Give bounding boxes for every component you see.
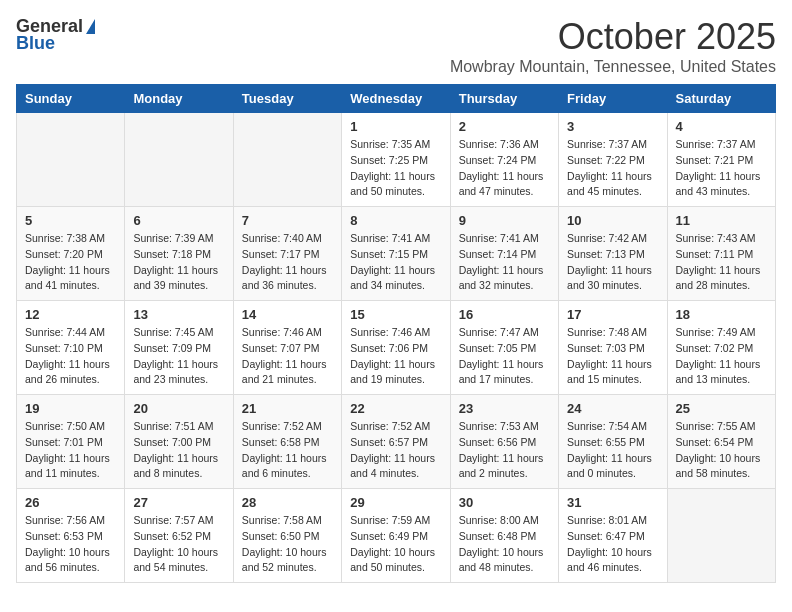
calendar-cell: 16Sunrise: 7:47 AMSunset: 7:05 PMDayligh… [450,301,558,395]
calendar-cell: 11Sunrise: 7:43 AMSunset: 7:11 PMDayligh… [667,207,775,301]
day-info: Sunrise: 7:39 AMSunset: 7:18 PMDaylight:… [133,231,224,294]
calendar-cell: 24Sunrise: 7:54 AMSunset: 6:55 PMDayligh… [559,395,667,489]
day-info: Sunrise: 7:52 AMSunset: 6:58 PMDaylight:… [242,419,333,482]
calendar-table: SundayMondayTuesdayWednesdayThursdayFrid… [16,84,776,583]
weekday-header-thursday: Thursday [450,85,558,113]
day-info: Sunrise: 7:50 AMSunset: 7:01 PMDaylight:… [25,419,116,482]
calendar-cell: 1Sunrise: 7:35 AMSunset: 7:25 PMDaylight… [342,113,450,207]
day-info: Sunrise: 8:00 AMSunset: 6:48 PMDaylight:… [459,513,550,576]
weekday-header-tuesday: Tuesday [233,85,341,113]
day-info: Sunrise: 7:41 AMSunset: 7:14 PMDaylight:… [459,231,550,294]
day-info: Sunrise: 7:49 AMSunset: 7:02 PMDaylight:… [676,325,767,388]
day-number: 2 [459,119,550,134]
day-info: Sunrise: 8:01 AMSunset: 6:47 PMDaylight:… [567,513,658,576]
calendar-cell: 20Sunrise: 7:51 AMSunset: 7:00 PMDayligh… [125,395,233,489]
day-number: 26 [25,495,116,510]
calendar-cell: 17Sunrise: 7:48 AMSunset: 7:03 PMDayligh… [559,301,667,395]
day-number: 22 [350,401,441,416]
day-number: 15 [350,307,441,322]
week-row-4: 19Sunrise: 7:50 AMSunset: 7:01 PMDayligh… [17,395,776,489]
day-info: Sunrise: 7:37 AMSunset: 7:21 PMDaylight:… [676,137,767,200]
logo: General Blue [16,16,96,54]
day-info: Sunrise: 7:36 AMSunset: 7:24 PMDaylight:… [459,137,550,200]
day-number: 9 [459,213,550,228]
month-title: October 2025 [450,16,776,58]
day-number: 31 [567,495,658,510]
day-info: Sunrise: 7:56 AMSunset: 6:53 PMDaylight:… [25,513,116,576]
day-info: Sunrise: 7:42 AMSunset: 7:13 PMDaylight:… [567,231,658,294]
day-number: 25 [676,401,767,416]
day-info: Sunrise: 7:46 AMSunset: 7:07 PMDaylight:… [242,325,333,388]
weekday-header-friday: Friday [559,85,667,113]
calendar-cell [125,113,233,207]
calendar-cell [667,489,775,583]
logo-triangle-icon [86,19,95,34]
calendar-cell: 28Sunrise: 7:58 AMSunset: 6:50 PMDayligh… [233,489,341,583]
day-number: 21 [242,401,333,416]
day-info: Sunrise: 7:45 AMSunset: 7:09 PMDaylight:… [133,325,224,388]
day-info: Sunrise: 7:51 AMSunset: 7:00 PMDaylight:… [133,419,224,482]
calendar-cell: 31Sunrise: 8:01 AMSunset: 6:47 PMDayligh… [559,489,667,583]
weekday-header-wednesday: Wednesday [342,85,450,113]
day-number: 18 [676,307,767,322]
calendar-cell: 3Sunrise: 7:37 AMSunset: 7:22 PMDaylight… [559,113,667,207]
day-number: 27 [133,495,224,510]
logo-blue-text: Blue [16,33,55,54]
day-number: 4 [676,119,767,134]
calendar-cell: 6Sunrise: 7:39 AMSunset: 7:18 PMDaylight… [125,207,233,301]
week-row-3: 12Sunrise: 7:44 AMSunset: 7:10 PMDayligh… [17,301,776,395]
weekday-header-monday: Monday [125,85,233,113]
day-number: 12 [25,307,116,322]
weekday-header-row: SundayMondayTuesdayWednesdayThursdayFrid… [17,85,776,113]
calendar-cell: 12Sunrise: 7:44 AMSunset: 7:10 PMDayligh… [17,301,125,395]
day-info: Sunrise: 7:41 AMSunset: 7:15 PMDaylight:… [350,231,441,294]
calendar-cell: 7Sunrise: 7:40 AMSunset: 7:17 PMDaylight… [233,207,341,301]
title-area: October 2025 Mowbray Mountain, Tennessee… [450,16,776,76]
day-number: 30 [459,495,550,510]
day-info: Sunrise: 7:55 AMSunset: 6:54 PMDaylight:… [676,419,767,482]
weekday-header-sunday: Sunday [17,85,125,113]
calendar-cell: 23Sunrise: 7:53 AMSunset: 6:56 PMDayligh… [450,395,558,489]
calendar-cell: 10Sunrise: 7:42 AMSunset: 7:13 PMDayligh… [559,207,667,301]
calendar-cell: 4Sunrise: 7:37 AMSunset: 7:21 PMDaylight… [667,113,775,207]
calendar-cell: 14Sunrise: 7:46 AMSunset: 7:07 PMDayligh… [233,301,341,395]
calendar-cell: 25Sunrise: 7:55 AMSunset: 6:54 PMDayligh… [667,395,775,489]
day-info: Sunrise: 7:48 AMSunset: 7:03 PMDaylight:… [567,325,658,388]
day-number: 3 [567,119,658,134]
calendar-cell: 2Sunrise: 7:36 AMSunset: 7:24 PMDaylight… [450,113,558,207]
day-number: 11 [676,213,767,228]
calendar-cell [17,113,125,207]
day-info: Sunrise: 7:37 AMSunset: 7:22 PMDaylight:… [567,137,658,200]
day-number: 1 [350,119,441,134]
calendar-cell: 9Sunrise: 7:41 AMSunset: 7:14 PMDaylight… [450,207,558,301]
calendar-cell: 8Sunrise: 7:41 AMSunset: 7:15 PMDaylight… [342,207,450,301]
week-row-2: 5Sunrise: 7:38 AMSunset: 7:20 PMDaylight… [17,207,776,301]
location-subtitle: Mowbray Mountain, Tennessee, United Stat… [450,58,776,76]
calendar-cell: 13Sunrise: 7:45 AMSunset: 7:09 PMDayligh… [125,301,233,395]
day-info: Sunrise: 7:38 AMSunset: 7:20 PMDaylight:… [25,231,116,294]
day-number: 14 [242,307,333,322]
calendar-cell: 18Sunrise: 7:49 AMSunset: 7:02 PMDayligh… [667,301,775,395]
day-info: Sunrise: 7:57 AMSunset: 6:52 PMDaylight:… [133,513,224,576]
day-info: Sunrise: 7:44 AMSunset: 7:10 PMDaylight:… [25,325,116,388]
day-info: Sunrise: 7:53 AMSunset: 6:56 PMDaylight:… [459,419,550,482]
day-number: 24 [567,401,658,416]
day-number: 23 [459,401,550,416]
day-number: 16 [459,307,550,322]
day-info: Sunrise: 7:59 AMSunset: 6:49 PMDaylight:… [350,513,441,576]
day-info: Sunrise: 7:47 AMSunset: 7:05 PMDaylight:… [459,325,550,388]
day-number: 19 [25,401,116,416]
day-number: 17 [567,307,658,322]
day-info: Sunrise: 7:43 AMSunset: 7:11 PMDaylight:… [676,231,767,294]
day-number: 5 [25,213,116,228]
day-number: 10 [567,213,658,228]
weekday-header-saturday: Saturday [667,85,775,113]
page-header: General Blue October 2025 Mowbray Mounta… [16,16,776,76]
calendar-cell: 5Sunrise: 7:38 AMSunset: 7:20 PMDaylight… [17,207,125,301]
day-number: 28 [242,495,333,510]
day-info: Sunrise: 7:35 AMSunset: 7:25 PMDaylight:… [350,137,441,200]
calendar-cell: 27Sunrise: 7:57 AMSunset: 6:52 PMDayligh… [125,489,233,583]
calendar-cell: 30Sunrise: 8:00 AMSunset: 6:48 PMDayligh… [450,489,558,583]
day-number: 20 [133,401,224,416]
day-info: Sunrise: 7:52 AMSunset: 6:57 PMDaylight:… [350,419,441,482]
